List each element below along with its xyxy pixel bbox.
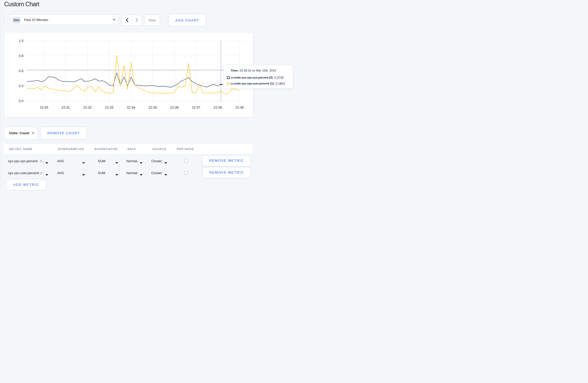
- svg-text:0.3: 0.3: [19, 84, 23, 88]
- svg-text:22:37: 22:37: [192, 105, 200, 109]
- svg-text:22:32: 22:32: [83, 105, 92, 109]
- svg-text:22:35: 22:35: [148, 105, 157, 109]
- svg-text:22:39: 22:39: [235, 105, 244, 109]
- svg-text:22:34: 22:34: [127, 105, 135, 109]
- svg-text:22:30: 22:30: [40, 105, 48, 109]
- svg-text:22:38: 22:38: [214, 105, 222, 109]
- svg-text:22:31: 22:31: [61, 105, 70, 109]
- svg-text:22:36: 22:36: [170, 105, 179, 109]
- svg-text:0.5: 0.5: [19, 69, 23, 73]
- svg-text:22:33: 22:33: [105, 105, 114, 109]
- svg-text:0.0: 0.0: [19, 99, 23, 103]
- svg-text:0.8: 0.8: [19, 54, 23, 58]
- svg-text:1.0: 1.0: [19, 39, 23, 43]
